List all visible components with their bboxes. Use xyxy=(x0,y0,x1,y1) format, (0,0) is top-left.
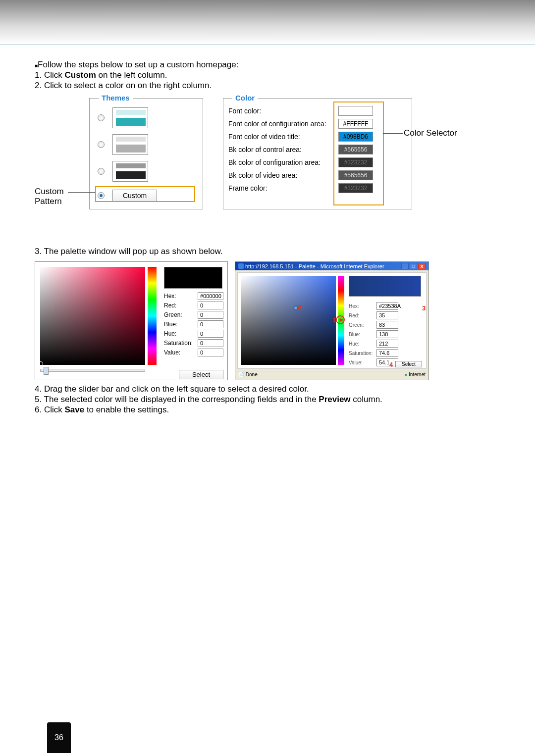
theme-option-2[interactable] xyxy=(90,131,203,158)
field-label: Blue: xyxy=(164,321,198,328)
close-icon[interactable]: X xyxy=(418,263,426,269)
field-value[interactable]: 0 xyxy=(198,302,223,309)
theme-thumb-2 xyxy=(112,134,148,155)
field-value[interactable]: #23538A xyxy=(376,302,398,310)
color-row: Bk color of video area:#565656 xyxy=(223,169,412,182)
ie-title-text: http://192.168.5.151 - Palette - Microso… xyxy=(245,263,384,269)
custom-pattern-l1: Custom xyxy=(35,187,64,196)
color-field-row: Saturation:0 xyxy=(164,339,226,347)
field-value[interactable]: 83 xyxy=(376,321,398,329)
color-field-row: Hex:#000000 xyxy=(164,292,226,300)
page-number: 36 xyxy=(54,733,63,742)
palette-intro: 3. The palette window will pop up as sho… xyxy=(35,247,500,256)
field-label: Green: xyxy=(164,311,198,318)
color-field-row: Value:0 xyxy=(164,349,226,356)
color-field-row: Hex:#23538A xyxy=(349,302,423,310)
internet-icon: ● xyxy=(404,372,407,377)
field-value[interactable]: 35 xyxy=(376,311,398,319)
color-row-label: Font color of video title: xyxy=(228,133,338,141)
status-internet: Internet xyxy=(409,372,426,377)
ie-body: Hex:#23538ARed:35Green:83Blue:138Hue:212… xyxy=(237,272,427,369)
ie-statusbar: 📄 Done ● Internet xyxy=(235,371,428,378)
color-row-label: Font color of configuration area: xyxy=(228,120,338,128)
step1-bold: Custom xyxy=(64,70,96,80)
step6-post: to enable the settings. xyxy=(84,405,169,414)
color-swatch[interactable]: #FFFFFF xyxy=(338,119,373,129)
field-value[interactable]: 212 xyxy=(376,340,398,348)
field-label: Blue: xyxy=(349,332,376,337)
field-label: Red: xyxy=(349,313,376,318)
step5-bold: Preview xyxy=(319,395,350,404)
field-value[interactable]: 0 xyxy=(198,311,223,319)
select-button[interactable]: Select xyxy=(395,361,422,367)
color-swatch[interactable]: #565656 xyxy=(338,145,373,154)
color-gradient-square[interactable] xyxy=(40,267,145,365)
theme-custom-row[interactable]: Custom xyxy=(90,185,203,204)
color-row: Font color of configuration area:#FFFFFF xyxy=(223,117,412,130)
color-field-row: Hue:212 xyxy=(349,340,423,348)
gradient-cursor[interactable] xyxy=(38,361,43,366)
radio-icon-selected[interactable] xyxy=(98,192,105,199)
field-value[interactable]: 0 xyxy=(198,330,223,338)
color-row-label: Font color: xyxy=(228,107,338,115)
step4: 4. Drag the slider bar and click on the … xyxy=(35,384,500,394)
color-fields: Hex:#23538ARed:35Green:83Blue:138Hue:212… xyxy=(349,301,423,368)
theme-option-3[interactable] xyxy=(90,158,203,185)
field-label: Saturation: xyxy=(164,340,198,347)
color-swatch[interactable]: #323232 xyxy=(338,183,373,193)
color-field-row: Red:35 xyxy=(349,311,423,319)
radio-icon[interactable] xyxy=(98,114,105,121)
field-value[interactable]: #000000 xyxy=(198,292,223,300)
palette-section: 3. The palette window will pop up as sho… xyxy=(35,247,500,415)
done-icon: 📄 xyxy=(238,372,244,377)
themes-legend: Themes xyxy=(99,94,133,102)
field-label: Red: xyxy=(164,302,198,309)
color-swatch[interactable]: #098BD6 xyxy=(338,132,373,142)
annotation-4: 4 xyxy=(389,361,393,368)
field-value[interactable]: 0 xyxy=(198,349,223,356)
field-label: Hue: xyxy=(164,330,198,337)
color-swatch[interactable]: #323232 xyxy=(338,157,373,167)
hue-slider[interactable] xyxy=(148,267,157,365)
field-value[interactable]: 0 xyxy=(198,339,223,347)
color-row-label: Bk color of video area: xyxy=(228,171,338,179)
color-row: Bk color of control area:#565656 xyxy=(223,143,412,156)
step1-post: on the left column. xyxy=(96,70,167,80)
custom-pattern-label: Custom Pattern xyxy=(35,187,64,206)
select-button[interactable]: Select xyxy=(179,370,223,379)
step5-post: column. xyxy=(351,395,382,404)
page-number-tab: 36 xyxy=(47,722,71,753)
theme-option-1[interactable] xyxy=(90,104,203,131)
color-legend: Color xyxy=(232,94,258,102)
field-label: Hex: xyxy=(349,303,376,309)
ie-titlebar: http://192.168.5.151 - Palette - Microso… xyxy=(235,262,428,270)
color-field-row: Red:0 xyxy=(164,302,226,309)
field-value[interactable]: 74.6 xyxy=(376,349,398,357)
field-value[interactable]: 0 xyxy=(198,320,223,328)
radio-icon[interactable] xyxy=(98,141,105,148)
color-selector-line xyxy=(383,133,403,134)
field-label: Hex: xyxy=(164,293,198,300)
maximize-icon[interactable]: □ xyxy=(410,263,417,269)
custom-button[interactable]: Custom xyxy=(112,190,157,202)
step5-pre: 5. The selected color will be displayed … xyxy=(35,395,319,404)
field-value[interactable]: 138 xyxy=(376,330,398,338)
step2: 2. Click to select a color on on the rig… xyxy=(35,81,500,91)
arrow-right-icon: ▸ xyxy=(340,315,343,323)
theme-thumb-1 xyxy=(112,107,148,128)
step6-pre: 6. Click xyxy=(35,405,64,414)
color-preview xyxy=(349,276,421,297)
palette-window-1: Hex:#000000Red:0Green:0Blue:0Hue:0Satura… xyxy=(35,261,228,380)
custom-pattern-l2: Pattern xyxy=(35,197,62,206)
slider-track[interactable] xyxy=(40,369,145,372)
color-swatch[interactable]: #565656 xyxy=(338,170,373,180)
radio-icon[interactable] xyxy=(98,168,105,175)
color-swatch[interactable] xyxy=(338,106,373,116)
color-row-label: Bk color of control area: xyxy=(228,146,338,153)
color-gradient-square[interactable] xyxy=(241,276,336,365)
minimize-icon[interactable]: _ xyxy=(401,263,409,269)
color-row: Frame color:#323232 xyxy=(223,182,412,195)
color-field-row: Saturation:74.6 xyxy=(349,349,423,357)
intro-bullet: Follow the steps below to set up a custo… xyxy=(38,60,238,69)
slider-thumb[interactable] xyxy=(44,367,49,375)
